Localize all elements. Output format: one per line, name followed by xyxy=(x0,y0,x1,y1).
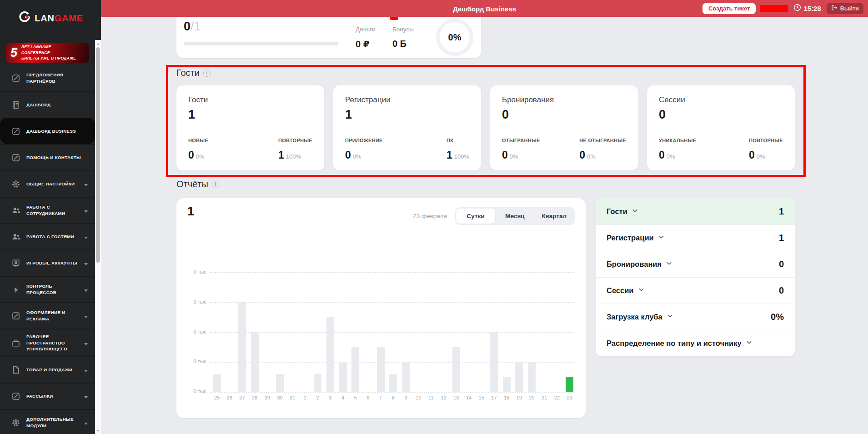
summary-value: 1 xyxy=(779,233,784,243)
chevron-down-icon xyxy=(84,259,90,267)
x-axis-label: 29 xyxy=(262,395,273,400)
x-axis-label: 21 xyxy=(539,395,550,400)
stat-label: НОВЫЕ xyxy=(188,138,208,143)
chart-bar xyxy=(515,362,523,392)
stat-card-value: 1 xyxy=(345,108,469,122)
journal-icon xyxy=(11,101,20,109)
x-axis-label: 14 xyxy=(463,395,474,400)
info-icon[interactable]: i xyxy=(203,70,211,77)
time-value: 15:28 xyxy=(803,5,821,12)
stat-item: ПОВТОРНЫЕ 1100% xyxy=(278,138,312,161)
slots-total: /1 xyxy=(191,20,201,33)
edit-square-icon xyxy=(11,127,20,135)
chart-bar xyxy=(251,332,259,392)
sidebar-item-tovar-i-prodazhi[interactable]: ТОВАР И ПРОДАЖИ xyxy=(0,356,95,383)
edit-square-icon xyxy=(11,154,20,162)
gear-icon xyxy=(11,419,20,427)
x-axis-label: 30 xyxy=(275,395,286,400)
slots-progress-bar xyxy=(184,42,338,45)
x-axis-label: 11 xyxy=(426,395,437,400)
chevron-down-icon xyxy=(632,207,638,216)
sidebar-item-rabota-s-gostyami[interactable]: РАБОТА С ГОСТЯМИ xyxy=(0,223,95,249)
x-axis-label: 6 xyxy=(362,395,373,400)
tab-kvartal[interactable]: Квартал xyxy=(535,209,574,224)
summary-row-gosti[interactable]: Гости 1 xyxy=(596,198,795,224)
logout-button[interactable]: Выйти xyxy=(827,3,863,14)
sidebar-item-obshchie-nastroyki[interactable]: ОБЩИЕ НАСТРОЙКИ xyxy=(0,170,95,197)
langame-logo[interactable]: LANGAME xyxy=(0,0,101,29)
sidebar-item-igrovye-akkaunty[interactable]: ИГРОВЫЕ АККАУНТЫ xyxy=(0,249,95,276)
chevron-down-icon xyxy=(638,286,645,295)
stat-percent: 100% xyxy=(286,153,301,160)
sidebar-item-rabota-s-sotrudnikami[interactable]: РАБОТА С СОТРУДНИКАМИ xyxy=(0,197,95,223)
x-axis-label: 3 xyxy=(325,395,336,400)
sidebar-scrollbar[interactable]: ▲ ▼ xyxy=(95,40,101,434)
create-ticket-button[interactable]: Создать тикет xyxy=(702,3,756,14)
stat-label: ПОВТОРНЫЕ xyxy=(749,138,783,143)
sidebar-item-rassylki[interactable]: РАССЫЛКИ xyxy=(0,383,95,409)
tab-sutki[interactable]: Сутки xyxy=(456,209,495,224)
logo-text: LANGAME xyxy=(35,13,83,24)
people-icon xyxy=(11,206,20,215)
guests-section-label: Гости xyxy=(176,68,200,78)
session-time: 15:28 xyxy=(793,4,821,13)
edit-square-icon xyxy=(11,74,20,82)
scrollbar-thumb[interactable] xyxy=(96,47,100,263)
x-axis-label: 4 xyxy=(337,395,348,400)
chevron-down-icon xyxy=(84,233,90,241)
chart-bar xyxy=(490,332,498,392)
sidebar-item-label: ДАШБОРД BUSINESS xyxy=(26,128,76,135)
reports-section-label: Отчёты xyxy=(176,179,208,190)
chevron-down-icon xyxy=(84,366,90,374)
stat-card-title: Регистрации xyxy=(345,95,469,105)
summary-row-zagruzka-kluba[interactable]: Загрузка клуба 0% xyxy=(596,304,795,330)
scroll-up-icon[interactable]: ▲ xyxy=(95,42,101,45)
conference-banner[interactable]: 5 ЛЕТ LANGAME CONFERENCE БИЛЕТЫ УЖЕ В ПР… xyxy=(6,43,89,63)
load-percent-value: 0% xyxy=(448,32,462,43)
sidebar-item-dashboard-business[interactable]: ДАШБОРД BUSINESS xyxy=(0,118,95,144)
chevron-down-icon xyxy=(658,234,665,242)
stat-card-value: 0 xyxy=(502,108,626,122)
chart-bar xyxy=(213,374,221,392)
summary-row-registracii[interactable]: Регистрации 1 xyxy=(596,224,795,251)
bonus-label: Бонусы xyxy=(392,26,414,33)
summary-label: Регистрации xyxy=(607,234,654,242)
x-axis-label: 22 xyxy=(552,395,562,400)
y-axis-label: 0 тыс xyxy=(184,389,206,394)
sidebar-item-label: КОНТРОЛЬ ПРОЦЕССОВ xyxy=(26,283,78,295)
summary-panel: Гости 1 Регистрации 1 Бронирования 0 Сес… xyxy=(596,198,795,356)
tab-mesyac[interactable]: Месяц xyxy=(495,209,534,224)
stat-percent: 0% xyxy=(757,153,765,160)
chart-bar xyxy=(238,302,246,392)
x-axis-label: 12 xyxy=(438,395,449,400)
reports-chart-card: 1 23 февраля СуткиМесяцКвартал 0 тыс0 ты… xyxy=(176,198,586,418)
gridline xyxy=(210,332,574,333)
sidebar-item-dashboard[interactable]: ДАШБОРД xyxy=(0,91,95,118)
sidebar-item-kontrol-protsessov[interactable]: КОНТРОЛЬ ПРОЦЕССОВ xyxy=(0,276,95,302)
chevron-down-icon xyxy=(84,392,90,400)
stat-label: ОТЫГРАННЫЕ xyxy=(502,138,540,143)
scroll-down-icon[interactable]: ▼ xyxy=(95,429,101,432)
summary-row-sessii[interactable]: Сессии 0 xyxy=(596,277,795,304)
sidebar-item-pomoshch-i-kontakty[interactable]: ПОМОЩЬ И КОНТАКТЫ xyxy=(0,144,95,170)
stat-label: НЕ ОТЫГРАННЫЕ xyxy=(579,138,626,143)
sidebar: LANGAME 5 ЛЕТ LANGAME CONFERENCE БИЛЕТЫ … xyxy=(0,0,101,434)
x-axis-label: 13 xyxy=(451,395,462,400)
y-axis-label: 0 тыс xyxy=(184,269,206,274)
logo-text-lan: LAN xyxy=(35,13,55,23)
stat-card-title: Сессии xyxy=(659,95,783,105)
page-title: Дашборд Business xyxy=(453,5,516,12)
sidebar-item-oformlenie-i-reklama[interactable]: ОФОРМЛЕНИЕ И РЕКЛАМА xyxy=(0,302,95,329)
sidebar-item-label: ДОПОЛНИТЕЛЬНЫЕ МОДУЛИ xyxy=(26,416,78,429)
sidebar-item-dopolnitelnye-moduli[interactable]: ДОПОЛНИТЕЛЬНЫЕ МОДУЛИ xyxy=(0,409,95,434)
stat-value: 0 xyxy=(579,149,585,161)
x-axis-label: 27 xyxy=(236,395,247,400)
stat-card-breakdown: ОТЫГРАННЫЕ 00% НЕ ОТЫГРАННЫЕ 00% xyxy=(502,138,626,161)
x-axis-label: 10 xyxy=(413,395,424,400)
summary-row-raspredelenie[interactable]: Распределение по типу и источнику xyxy=(596,330,795,356)
slots-ratio: 0/1 xyxy=(184,20,201,34)
summary-row-bronirovaniya[interactable]: Бронирования 0 xyxy=(596,251,795,277)
info-icon[interactable]: i xyxy=(212,181,219,188)
sidebar-item-predlozheniya-partnerov[interactable]: ПРЕДЛОЖЕНИЯ ПАРТНЁРОВ xyxy=(0,65,95,91)
sidebar-item-rabochee-prostranstvo[interactable]: РАБОЧЕЕ ПРОСТРАНСТВО УПРАВЛЯЮЩЕГО xyxy=(0,329,95,356)
